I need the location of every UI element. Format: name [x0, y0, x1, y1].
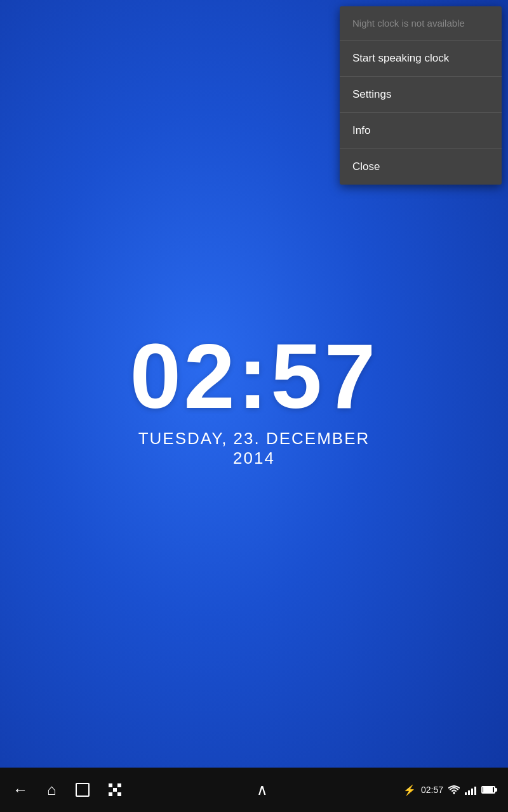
recents-button[interactable] — [76, 783, 90, 797]
back-button[interactable] — [13, 781, 28, 799]
clock-time: 02:57 — [127, 331, 381, 422]
up-button[interactable] — [257, 781, 268, 799]
nav-center-group — [257, 781, 268, 799]
menu-item-speaking-clock[interactable]: Start speaking clock — [340, 41, 502, 77]
clock-container: 02:57 TUESDAY, 23. DECEMBER 2014 — [127, 331, 381, 468]
battery-icon — [481, 786, 495, 794]
nav-right-group: 02:57 — [403, 784, 495, 796]
menu-item-night-clock: Night clock is not available — [340, 6, 502, 41]
wifi-icon — [448, 785, 460, 794]
menu-item-close[interactable]: Close — [340, 149, 502, 185]
menu-item-settings[interactable]: Settings — [340, 77, 502, 113]
signal-bars — [465, 785, 476, 795]
clock-date: TUESDAY, 23. DECEMBER 2014 — [127, 429, 381, 468]
qr-button[interactable] — [109, 783, 121, 796]
usb-icon — [403, 784, 416, 796]
menu-item-info[interactable]: Info — [340, 113, 502, 149]
navigation-bar: 02:57 — [0, 768, 508, 812]
home-button[interactable] — [47, 781, 57, 799]
nav-left-group — [13, 781, 121, 799]
dropdown-menu: Night clock is not available Start speak… — [340, 6, 502, 185]
nav-time: 02:57 — [421, 785, 443, 795]
